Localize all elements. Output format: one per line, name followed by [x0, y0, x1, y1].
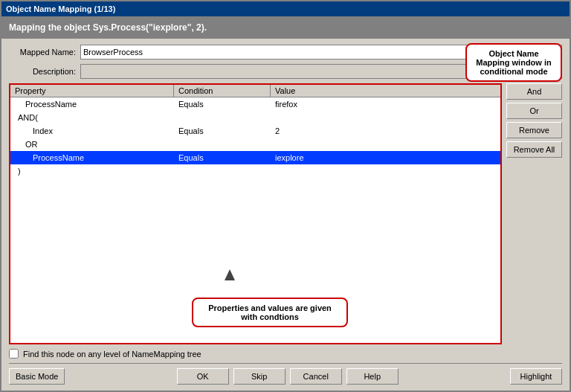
cell-value-selected: iexplore: [271, 151, 500, 164]
remove-all-button[interactable]: Remove All: [506, 141, 562, 158]
arrow-up-indicator: [225, 269, 235, 280]
callout-bottom-center: Properties and values are given with con…: [192, 298, 348, 327]
cell-condition: Equals: [174, 124, 271, 138]
table-body: ProcessName Equals firefox AND( Index Eq…: [10, 97, 500, 178]
col-condition: Condition: [174, 85, 271, 97]
col-property: Property: [10, 85, 174, 97]
basic-mode-button[interactable]: Basic Mode: [9, 368, 65, 385]
highlight-button[interactable]: Highlight: [510, 368, 562, 385]
bottom-area: Find this node on any level of NameMappi…: [9, 349, 562, 385]
cell-empty: [174, 138, 271, 151]
table-row[interactable]: Index Equals 2: [10, 124, 500, 138]
cell-empty: [174, 111, 271, 124]
cell-empty: [174, 164, 271, 178]
cell-empty: [271, 111, 500, 124]
bottom-left-buttons: Basic Mode: [9, 368, 65, 385]
cell-empty: [271, 164, 500, 178]
find-node-checkbox[interactable]: [9, 349, 19, 359]
cell-condition: Equals: [174, 97, 271, 111]
skip-button[interactable]: Skip: [233, 368, 286, 385]
table-header: Property Condition Value: [10, 85, 500, 97]
cell-property: ProcessName: [10, 97, 174, 111]
or-button[interactable]: Or: [506, 103, 562, 119]
ok-button[interactable]: OK: [177, 368, 229, 385]
table-row-and[interactable]: AND(: [10, 111, 500, 124]
cancel-button[interactable]: Cancel: [290, 368, 342, 385]
and-button[interactable]: And: [506, 83, 562, 100]
callout-top-right: Object Name Mapping window in conditiona…: [465, 43, 562, 82]
cell-value: firefox: [271, 97, 500, 111]
cell-property-selected: ProcessName: [10, 151, 174, 164]
find-node-label: Find this node on any level of NameMappi…: [23, 350, 201, 359]
main-window: Object Name Mapping (1/13) Mapping the o…: [0, 0, 571, 392]
mapping-header-text: Mapping the object Sys.Process("iexplore…: [9, 22, 207, 33]
cell-empty: [271, 138, 500, 151]
table-row[interactable]: ProcessName Equals firefox: [10, 97, 500, 111]
help-button[interactable]: Help: [346, 368, 399, 385]
cell-and-group: AND(: [10, 111, 174, 124]
bottom-right-buttons: Highlight: [510, 368, 562, 385]
table-row-or[interactable]: OR: [10, 138, 500, 151]
table-row-selected[interactable]: ProcessName Equals iexplore: [10, 151, 500, 164]
col-value: Value: [271, 85, 500, 97]
content-area: Object Name Mapping window in conditiona…: [1, 39, 570, 391]
cell-close: ): [10, 164, 174, 178]
mapping-header: Mapping the object Sys.Process("iexplore…: [1, 16, 570, 39]
remove-button[interactable]: Remove: [506, 122, 562, 138]
bottom-center-buttons: OK Skip Cancel Help: [177, 368, 399, 385]
cell-or-label: OR: [10, 138, 174, 151]
table-row-close[interactable]: ): [10, 164, 500, 178]
cell-value: 2: [271, 124, 500, 138]
cell-condition-selected: Equals: [174, 151, 271, 164]
window-title: Object Name Mapping (1/13): [6, 4, 115, 13]
action-buttons: And Or Remove Remove All: [506, 83, 562, 344]
title-bar: Object Name Mapping (1/13): [1, 1, 570, 16]
cell-property: Index: [10, 124, 174, 138]
mapped-name-label: Mapped Name:: [9, 48, 76, 57]
description-label: Description:: [9, 67, 76, 76]
bottom-buttons: Basic Mode OK Skip Cancel Help Highlight: [9, 363, 562, 385]
checkbox-row: Find this node on any level of NameMappi…: [9, 349, 562, 359]
